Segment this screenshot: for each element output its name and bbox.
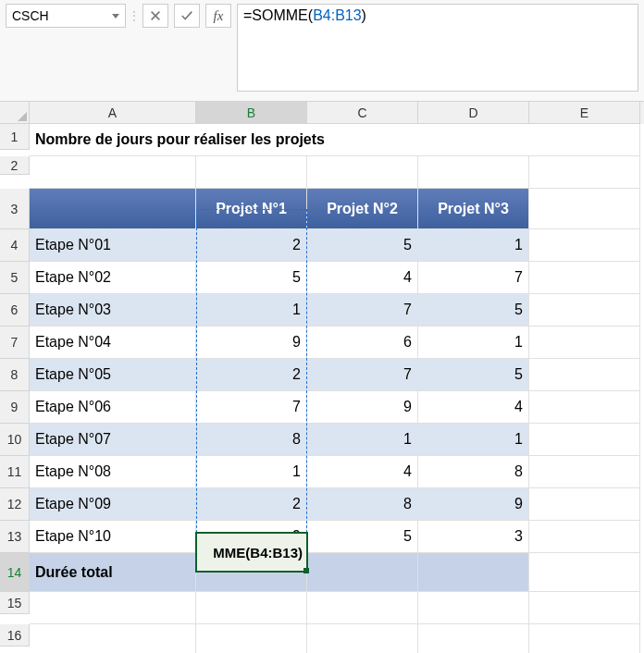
cell[interactable]: 4 xyxy=(307,262,418,294)
table-header[interactable] xyxy=(30,189,196,229)
cell[interactable] xyxy=(307,624,418,653)
title-cell[interactable]: Nombre de jours pour réaliser les projet… xyxy=(30,124,640,156)
col-header-B[interactable]: B xyxy=(196,102,307,124)
row-header[interactable]: 3 xyxy=(0,189,30,229)
col-header-A[interactable]: A xyxy=(30,102,196,124)
cell[interactable]: 2 xyxy=(196,359,307,391)
cell[interactable] xyxy=(418,553,529,592)
cell[interactable] xyxy=(418,624,529,653)
row-header[interactable]: 16 xyxy=(0,624,30,647)
cell[interactable]: 7 xyxy=(307,359,418,391)
cell[interactable] xyxy=(30,624,196,653)
row-header[interactable]: 6 xyxy=(0,294,30,326)
cell[interactable]: 3 xyxy=(418,521,529,553)
etape-label[interactable]: Etape N°06 xyxy=(30,391,196,424)
row-header[interactable]: 9 xyxy=(0,391,30,424)
cell[interactable] xyxy=(529,456,640,488)
row-header[interactable]: 4 xyxy=(0,229,30,262)
table-header[interactable]: Projet N°2 xyxy=(307,189,418,229)
cell[interactable]: 9 xyxy=(196,521,307,553)
cell[interactable] xyxy=(529,424,640,456)
cell[interactable] xyxy=(307,553,418,592)
etape-label[interactable]: Etape N°05 xyxy=(30,359,196,391)
row-header[interactable]: 10 xyxy=(0,424,30,456)
name-box[interactable]: CSCH xyxy=(6,4,126,28)
row-header[interactable]: 1 xyxy=(0,124,30,150)
cell[interactable] xyxy=(30,156,196,189)
col-header-C[interactable]: C xyxy=(307,102,418,124)
table-header[interactable]: Projet N°3 xyxy=(418,189,529,229)
cell[interactable]: 1 xyxy=(307,424,418,456)
cell[interactable]: 4 xyxy=(418,391,529,424)
etape-label[interactable]: Etape N°03 xyxy=(30,294,196,326)
cell[interactable] xyxy=(418,592,529,624)
cell[interactable] xyxy=(529,359,640,391)
row-header[interactable]: 7 xyxy=(0,326,30,359)
cell[interactable] xyxy=(529,229,640,262)
row-header[interactable]: 8 xyxy=(0,359,30,391)
cell[interactable] xyxy=(196,156,307,189)
cell[interactable] xyxy=(529,521,640,553)
cell[interactable] xyxy=(307,156,418,189)
cell[interactable]: 4 xyxy=(307,456,418,488)
cell[interactable]: 5 xyxy=(418,359,529,391)
cell[interactable]: 1 xyxy=(418,229,529,262)
cell[interactable]: 9 xyxy=(418,488,529,521)
row-header[interactable]: 14 xyxy=(0,553,30,592)
cell[interactable]: 7 xyxy=(307,294,418,326)
cell[interactable] xyxy=(30,592,196,624)
fx-button[interactable]: fx xyxy=(205,4,231,28)
cell[interactable] xyxy=(529,624,640,653)
cell[interactable] xyxy=(529,189,640,229)
cell[interactable]: 8 xyxy=(307,488,418,521)
formula-input[interactable]: =SOMME(B4:B13) xyxy=(237,4,638,92)
cell[interactable]: 5 xyxy=(307,521,418,553)
cell[interactable] xyxy=(418,156,529,189)
etape-label[interactable]: Etape N°09 xyxy=(30,488,196,521)
cell[interactable] xyxy=(529,391,640,424)
etape-label[interactable]: Etape N°01 xyxy=(30,229,196,262)
confirm-button[interactable] xyxy=(174,4,200,28)
cell[interactable] xyxy=(529,262,640,294)
cell[interactable]: 1 xyxy=(418,326,529,359)
table-header[interactable]: Projet N°1 xyxy=(196,189,307,229)
row-header[interactable]: 12 xyxy=(0,488,30,521)
cell[interactable] xyxy=(529,156,640,189)
col-header-E[interactable]: E xyxy=(529,102,640,124)
row-header[interactable]: 2 xyxy=(0,156,30,175)
cell[interactable] xyxy=(196,592,307,624)
cell[interactable]: 6 xyxy=(307,326,418,359)
cell-b14[interactable] xyxy=(196,553,307,592)
select-all-corner[interactable] xyxy=(0,102,30,124)
cell[interactable]: 7 xyxy=(196,391,307,424)
row-header[interactable]: 13 xyxy=(0,521,30,553)
cell[interactable]: 5 xyxy=(307,229,418,262)
cell[interactable] xyxy=(529,294,640,326)
etape-label[interactable]: Etape N°04 xyxy=(30,326,196,359)
cell[interactable] xyxy=(307,592,418,624)
row-header[interactable]: 11 xyxy=(0,456,30,488)
etape-label[interactable]: Etape N°07 xyxy=(30,424,196,456)
cell[interactable]: 9 xyxy=(196,326,307,359)
cell[interactable]: 7 xyxy=(418,262,529,294)
cell[interactable] xyxy=(529,592,640,624)
cell[interactable] xyxy=(529,553,640,592)
row-header[interactable]: 5 xyxy=(0,262,30,294)
cell[interactable] xyxy=(196,624,307,653)
row-header[interactable]: 15 xyxy=(0,592,30,614)
etape-label[interactable]: Etape N°08 xyxy=(30,456,196,488)
cell[interactable]: 2 xyxy=(196,229,307,262)
col-header-D[interactable]: D xyxy=(418,102,529,124)
footer-label[interactable]: Durée total xyxy=(30,553,196,592)
cell[interactable]: 8 xyxy=(418,456,529,488)
etape-label[interactable]: Etape N°10 xyxy=(30,521,196,553)
etape-label[interactable]: Etape N°02 xyxy=(30,262,196,294)
cancel-button[interactable] xyxy=(142,4,168,28)
cell[interactable]: 2 xyxy=(196,488,307,521)
cell[interactable]: 1 xyxy=(196,294,307,326)
cell[interactable]: 8 xyxy=(196,424,307,456)
cell[interactable]: 1 xyxy=(196,456,307,488)
cell[interactable]: 9 xyxy=(307,391,418,424)
cell[interactable]: 5 xyxy=(196,262,307,294)
cell[interactable]: 5 xyxy=(418,294,529,326)
